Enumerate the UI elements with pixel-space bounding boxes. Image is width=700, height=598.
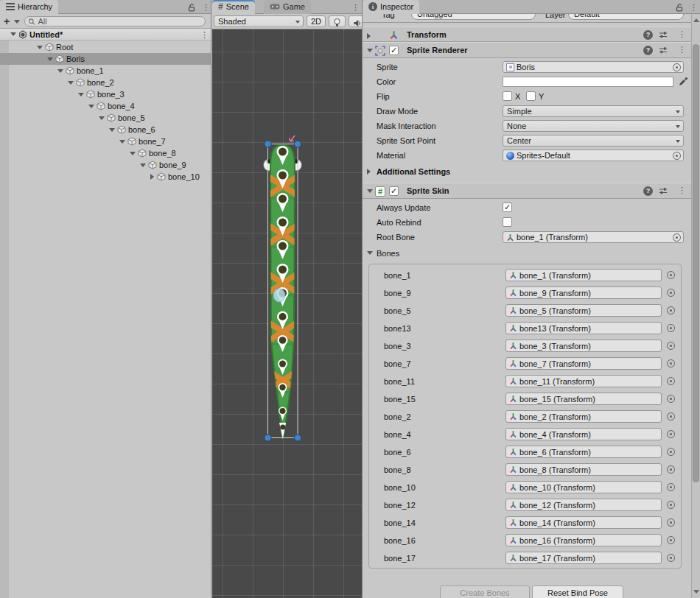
object-picker-icon[interactable] [667,536,675,544]
help-icon[interactable]: ? [643,30,653,40]
hierarchy-item-bone-3[interactable]: bone_3 [0,88,211,100]
foldout-icon[interactable] [78,93,84,96]
scrollbar-thumb[interactable] [693,44,699,482]
object-picker-icon[interactable] [667,289,675,297]
help-icon[interactable]: ? [643,186,653,196]
bone-object-field[interactable]: bone_2 (Transform) [505,410,662,423]
hierarchy-item-bone-7[interactable]: bone_7 [0,136,211,147]
mask-interaction-dropdown[interactable]: None [503,120,684,132]
flip-y-checkbox[interactable] [526,91,536,101]
foldout-icon[interactable] [47,57,53,61]
bone-object-field[interactable]: bone_11 (Transform) [505,375,662,387]
component-menu-icon[interactable]: ⋮ [678,186,682,194]
2d-toggle-button[interactable]: 2D [307,15,326,27]
presets-icon[interactable] [659,186,668,195]
component-enabled-checkbox[interactable] [389,186,399,196]
bone-object-field[interactable]: bone_5 (Transform) [505,304,662,317]
boris-sprite[interactable] [212,29,363,598]
hierarchy-item-bone-9[interactable]: bone_9 [0,159,211,171]
auto-rebind-checkbox[interactable] [503,217,512,227]
foldout-icon[interactable] [57,69,63,73]
sprite-skin-header[interactable]: # Sprite Skin ? ⋮ [363,183,691,199]
hierarchy-item-bone-5[interactable]: bone_5 [0,112,211,124]
hierarchy-item-bone-8[interactable]: bone_8 [0,147,211,159]
reset-bind-pose-button[interactable]: Reset Bind Pose [532,585,623,598]
material-object-field[interactable]: Sprites-Default [503,150,684,161]
presets-icon[interactable] [659,46,668,54]
hierarchy-item-bone-4[interactable]: bone_4 [0,100,211,112]
bone-object-field[interactable]: bone_6 (Transform) [505,446,662,458]
foldout-icon-collapsed[interactable] [367,169,371,175]
eyedropper-icon[interactable] [678,77,688,87]
foldout-icon[interactable] [367,49,373,52]
object-picker-icon[interactable] [667,342,675,350]
object-picker-icon[interactable] [667,377,675,385]
tab-scene[interactable]: # Scene [212,0,255,14]
bone-object-field[interactable]: bone13 (Transform) [505,322,662,334]
draw-mode-dropdown[interactable]: Simple [503,105,684,117]
presets-icon[interactable] [659,30,668,39]
bone-object-field[interactable]: bone_9 (Transform) [505,286,662,299]
object-picker-icon[interactable] [667,395,675,403]
foldout-icon[interactable] [119,140,125,144]
sprite-object-field[interactable]: Boris [503,61,684,73]
tab-hierarchy[interactable]: Hierarchy [0,0,58,14]
scene-viewport[interactable] [212,29,362,598]
object-picker-icon[interactable] [667,359,675,367]
bone-object-field[interactable]: bone_4 (Transform) [505,428,662,440]
lock-icon[interactable] [675,3,684,12]
foldout-icon[interactable] [130,152,136,155]
component-enabled-checkbox[interactable] [389,46,399,55]
hierarchy-item-root[interactable]: Root [0,41,211,53]
bone-object-field[interactable]: bone_14 (Transform) [505,516,662,529]
panel-menu-icon[interactable]: ⋮ [202,4,206,11]
foldout-icon[interactable] [367,189,373,193]
color-swatch[interactable] [503,77,673,87]
bone-object-field[interactable]: bone_7 (Transform) [505,357,662,370]
object-picker-icon[interactable] [667,554,675,562]
add-object-button[interactable]: + [4,15,10,27]
object-picker-icon[interactable] [667,412,675,421]
foldout-icon-collapsed[interactable] [367,33,371,39]
object-picker-icon[interactable] [667,430,675,438]
foldout-icon[interactable] [367,251,373,255]
foldout-icon[interactable] [37,46,43,49]
hierarchy-item-bone-6[interactable]: bone_6 [0,124,211,136]
bone-object-field[interactable]: bone_1 (Transform) [505,269,662,281]
flip-x-checkbox[interactable] [503,91,512,101]
foldout-icon[interactable] [99,116,105,120]
help-icon[interactable]: ? [643,46,653,55]
add-object-dropdown-icon[interactable] [14,20,20,24]
bone-object-field[interactable]: bone_3 (Transform) [505,340,662,352]
tab-inspector[interactable]: i Inspector [363,0,419,14]
bone-object-field[interactable]: bone_16 (Transform) [505,534,662,546]
bone-object-field[interactable]: bone_10 (Transform) [505,481,662,493]
hierarchy-search[interactable] [24,16,206,27]
scroll-down-arrow[interactable] [693,590,699,594]
scroll-up-arrow[interactable] [693,18,699,22]
object-picker-icon[interactable] [667,306,675,314]
hierarchy-item-bone-2[interactable]: bone_2 [0,77,211,88]
foldout-icon-collapsed[interactable] [150,174,154,180]
scene-menu-icon[interactable]: ⋮ [200,31,205,38]
sort-point-dropdown[interactable]: Center [503,135,684,147]
always-update-checkbox[interactable] [503,203,512,212]
object-picker-icon[interactable] [667,465,675,474]
foldout-icon[interactable] [68,81,74,85]
object-picker-icon[interactable] [667,483,675,491]
hierarchy-item-bone-1[interactable]: bone_1 [0,65,211,77]
object-picker-icon[interactable] [667,324,675,332]
lock-icon[interactable] [187,3,196,12]
foldout-icon[interactable] [109,128,115,132]
hierarchy-item-boris[interactable]: Boris [0,53,211,65]
bone-object-field[interactable]: bone_17 (Transform) [505,552,662,564]
tag-dropdown[interactable]: Untagged [411,14,536,20]
root-bone-object-field[interactable]: bone_1 (Transform) [503,231,684,243]
object-picker-icon[interactable] [667,518,675,527]
shading-mode-dropdown[interactable]: Shaded [214,15,304,27]
search-input[interactable] [38,17,202,26]
object-picker-icon[interactable] [667,448,675,456]
transform-component-header[interactable]: Transform ? ⋮ [363,27,691,42]
component-menu-icon[interactable]: ⋮ [678,46,682,53]
layer-dropdown[interactable]: Default [568,14,684,20]
